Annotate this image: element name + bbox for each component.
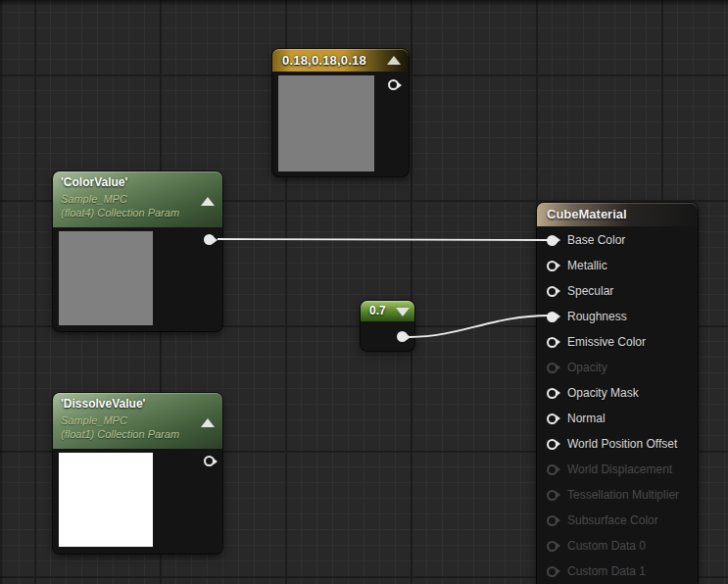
color-value-header[interactable]: 'ColorValue' Sample_MPC(float4) Collecti… [53,171,222,227]
scalar-output-pin[interactable] [397,331,408,342]
wire-scalar-to-roughness[interactable] [410,316,549,337]
constant-output-pin[interactable] [388,79,399,90]
tessellation-multiplier-input-pin [547,490,558,501]
material-input-normal: Normal [537,406,698,431]
canvas-top-shade [0,0,728,6]
wire-colorvalue-to-basecolor[interactable] [218,239,549,240]
node-color-value[interactable]: 'ColorValue' Sample_MPC(float4) Collecti… [53,171,222,331]
metallic-input-pin[interactable] [547,261,558,271]
material-input-opacity-mask: Opacity Mask [537,380,698,406]
cube-material-header[interactable]: CubeMaterial [537,203,698,226]
subsurface-color-input-pin [547,515,558,526]
scalar-node-header[interactable]: 0.7 [361,301,414,321]
custom-data-1-input-pin [547,566,558,577]
node-dissolve-value[interactable]: 'DissolveValue' Sample_MPC(float1) Colle… [53,393,222,554]
material-input-custom-data-0: Custom Data 0 [537,533,698,559]
material-input-emissive-color: Emissive Color [537,329,698,355]
roughness-input-pin[interactable] [547,312,558,322]
material-input-world-position-offset: World Position Offset [537,431,698,457]
material-input-tessellation-multiplier: Tessellation Multiplier [537,482,698,508]
collapse-up-icon[interactable] [201,418,215,427]
constant-color-preview [278,75,374,171]
custom-data-0-input-pin [547,541,558,552]
material-input-base-color: Base Color [537,227,698,253]
node-constant-vector[interactable]: 0.18,0.18,0.18 [272,49,409,176]
normal-input-pin[interactable] [547,414,558,424]
cube-material-title: CubeMaterial [547,207,627,221]
emissive-color-input-pin[interactable] [547,337,558,348]
opacity-input-pin [547,363,558,373]
constant-node-title: 0.18,0.18,0.18 [282,53,366,68]
material-input-custom-data-1: Custom Data 1 [537,559,698,584]
canvas-left-shade [0,0,5,584]
color-value-subtitle: Sample_MPC(float4) Collection Param [61,192,179,219]
material-input-world-displacement: World Displacement [537,457,698,482]
collapse-up-icon[interactable] [201,197,215,206]
dissolve-value-output-pin[interactable] [204,456,215,466]
dissolve-value-preview [59,453,153,547]
material-input-opacity: Opacity [537,355,698,380]
collapse-up-icon[interactable] [387,56,401,65]
world-displacement-input-pin [547,464,558,475]
node-cube-material[interactable]: CubeMaterial Base Color Metallic Specula… [537,203,698,584]
dissolve-value-title: 'DissolveValue' [61,397,145,411]
color-value-title: 'ColorValue' [61,175,127,189]
color-value-preview [59,231,153,325]
material-input-specular: Specular [537,278,698,304]
color-value-output-pin[interactable] [204,234,215,245]
dissolve-value-header[interactable]: 'DissolveValue' Sample_MPC(float1) Colle… [53,393,222,449]
opacity-mask-input-pin[interactable] [547,388,558,399]
specular-input-pin[interactable] [547,286,558,297]
scalar-node-title: 0.7 [369,304,386,317]
node-scalar-constant[interactable]: 0.7 [361,301,414,351]
world-position-offset-input-pin[interactable] [547,439,558,450]
graph-canvas[interactable]: 0.18,0.18,0.18 'ColorValue' Sample_MPC(f… [0,0,728,584]
material-input-roughness: Roughness [537,304,698,329]
constant-node-header[interactable]: 0.18,0.18,0.18 [272,49,409,72]
collapse-down-icon[interactable] [396,308,410,316]
material-input-subsurface-color: Subsurface Color [537,508,698,533]
material-input-metallic: Metallic [537,253,698,278]
dissolve-value-subtitle: Sample_MPC(float1) Collection Param [61,414,179,441]
